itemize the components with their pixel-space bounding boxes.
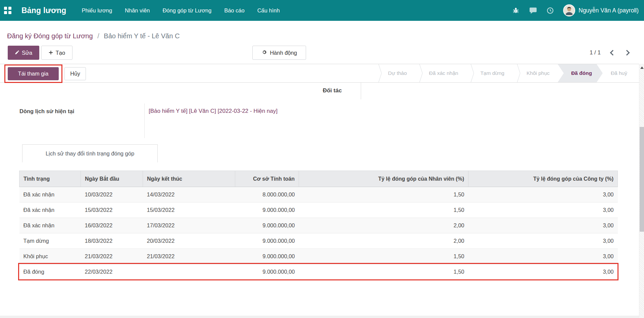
pencil-icon (15, 50, 19, 56)
column-header-ty-le-cong-ty[interactable]: Tỷ lệ đóng góp của Công ty (%) (468, 171, 618, 187)
column-header-co-so-tinh-toan[interactable]: Cơ sở Tính toán (235, 171, 299, 187)
cell-status: Khôi phục (19, 249, 81, 264)
cell-status: Đã xác nhận (19, 187, 81, 202)
step-separator (512, 64, 518, 82)
history-field-value-link[interactable]: [Bảo hiểm Y tế] [Lê Văn C] [2022-03-22 -… (149, 105, 282, 117)
menu-item-cau-hinh[interactable]: Cấu hình (257, 7, 280, 14)
create-button[interactable]: Tạo (41, 46, 72, 60)
top-navbar: Bảng lương Phiếu lương Nhân viên Đóng gó… (0, 0, 644, 21)
cell-end-date: 20/03/2022 (143, 233, 235, 249)
cell-base: 9.000.000,00 (235, 249, 299, 264)
breadcrumb-separator: / (97, 32, 99, 40)
step-khoi-phuc[interactable]: Khôi phục (518, 64, 558, 82)
bug-icon[interactable] (512, 6, 520, 14)
cell-base: 9.000.000,00 (235, 264, 299, 280)
apps-grid-icon (4, 7, 11, 14)
edit-button[interactable]: Sửa (8, 46, 39, 60)
cell-status: Đã đóng (19, 264, 81, 280)
table-row[interactable]: Đã xác nhận 15/03/2022 15/03/2022 9.000.… (19, 202, 618, 218)
main-menu: Phiếu lương Nhân viên Đóng góp từ Lương … (82, 7, 280, 14)
step-da-huy[interactable]: Đã huỷ (603, 64, 635, 82)
cell-company-rate: 3,00 (468, 218, 618, 233)
step-separator (415, 64, 421, 82)
cell-employee-rate: 2,00 (299, 218, 468, 233)
vertical-scrollbar[interactable] (639, 64, 644, 318)
cell-start-date: 10/03/2022 (81, 187, 143, 202)
step-tam-dung[interactable]: Tạm dừng (472, 64, 512, 82)
menu-item-phieu-luong[interactable]: Phiếu lương (82, 7, 112, 14)
cell-start-date: 15/03/2022 (81, 202, 143, 218)
cell-end-date: 17/03/2022 (143, 218, 235, 233)
cell-base: 9.000.000,00 (235, 218, 299, 233)
table-row[interactable]: Khôi phục 21/03/2022 21/03/2022 9.000.00… (19, 249, 618, 264)
cell-base: 9.000.000,00 (235, 233, 299, 249)
step-da-dong-active[interactable]: Đã đóng (558, 64, 603, 82)
statusbar-steps: Dự thảo Đã xác nhận Tạm dừng Khôi phục Đ… (374, 64, 635, 82)
cell-status: Tạm dừng (19, 233, 81, 249)
column-header-ty-le-nhan-vien[interactable]: Tỷ lệ đóng góp của Nhân viên (%) (299, 171, 468, 187)
menu-item-bao-cao[interactable]: Báo cáo (224, 7, 245, 14)
cell-employee-rate: 1,50 (299, 249, 468, 264)
pager: 1 / 1 (590, 46, 629, 60)
pager-value: 1 / 1 (590, 49, 601, 56)
step-da-xac-nhan[interactable]: Đã xác nhận (421, 64, 466, 82)
cell-start-date: 21/03/2022 (81, 249, 143, 264)
apps-menu-button[interactable] (0, 0, 15, 21)
table-header-row: Tình trạng Ngày Bắt đầu Ngày kết thúc Cơ… (19, 171, 618, 187)
cell-status: Đã xác nhận (19, 218, 81, 233)
create-button-label: Tạo (56, 50, 65, 56)
cancel-button[interactable]: Hủy (64, 67, 86, 80)
navbar-right: Nguyễn Văn A (payroll) (512, 4, 644, 16)
tab-history-status-change[interactable]: Lịch sử thay đổi tình trạng đóng góp (22, 144, 158, 163)
partner-section-header: Đối tác (295, 87, 369, 94)
user-name: Nguyễn Văn A (payroll) (579, 7, 639, 14)
cell-company-rate: 3,00 (468, 264, 618, 280)
rejoin-button[interactable]: Tái tham gia (8, 67, 59, 80)
cell-status: Đã xác nhận (19, 202, 81, 218)
cell-employee-rate: 1,50 (299, 202, 468, 218)
cell-start-date: 18/03/2022 (81, 233, 143, 249)
cell-base: 9.000.000,00 (235, 202, 299, 218)
app-brand[interactable]: Bảng lương (21, 6, 66, 15)
clock-icon[interactable] (546, 6, 554, 14)
cell-company-rate: 3,00 (468, 249, 618, 264)
action-button[interactable]: Hành động (252, 46, 306, 60)
table-row[interactable]: Tạm dừng 18/03/2022 20/03/2022 9.000.000… (19, 233, 618, 249)
chat-icon[interactable] (529, 6, 537, 14)
cell-end-date: 21/03/2022 (143, 249, 235, 264)
menu-item-nhan-vien[interactable]: Nhân viên (125, 7, 150, 14)
cell-employee-rate: 2,00 (299, 233, 468, 249)
breadcrumb-parent-link[interactable]: Đăng ký Đóng góp từ Lương (7, 32, 93, 40)
edit-button-label: Sửa (22, 50, 32, 56)
step-separator (466, 64, 472, 82)
cell-base: 8.000.000,00 (235, 187, 299, 202)
table-row[interactable]: Đã xác nhận 10/03/2022 14/03/2022 8.000.… (19, 187, 618, 202)
avatar (563, 4, 575, 16)
cell-employee-rate: 1,50 (299, 187, 468, 202)
user-menu[interactable]: Nguyễn Văn A (payroll) (563, 4, 639, 16)
column-header-ngay-bat-dau[interactable]: Ngày Bắt đầu (81, 171, 143, 187)
breadcrumb: Đăng ký Đóng góp từ Lương / Bảo hiểm Y t… (7, 32, 180, 40)
table-row-highlighted[interactable]: Đã đóng 22/03/2022 9.000.000,00 1,50 3,0… (19, 264, 618, 280)
cell-end-date (143, 264, 235, 280)
gear-icon (261, 49, 267, 56)
step-separator (374, 64, 380, 82)
cell-company-rate: 3,00 (468, 202, 618, 218)
partner-header-divider (361, 83, 361, 99)
column-header-ngay-ket-thuc[interactable]: Ngày kết thúc (143, 171, 235, 187)
pager-previous-button[interactable] (610, 50, 616, 56)
cell-company-rate: 3,00 (468, 187, 618, 202)
contribution-history-table: Tình trạng Ngày Bắt đầu Ngày kết thúc Cơ… (19, 171, 618, 280)
cell-employee-rate: 1,50 (299, 264, 468, 280)
pager-next-button[interactable] (624, 50, 630, 56)
cell-end-date: 15/03/2022 (143, 202, 235, 218)
plus-icon (49, 50, 53, 56)
column-header-tinh-trang[interactable]: Tình trạng (19, 171, 81, 187)
menu-item-dong-gop[interactable]: Đóng góp từ Lương (162, 7, 211, 14)
content-background (0, 316, 644, 318)
scrollbar-up-arrow[interactable] (639, 65, 644, 70)
table-row[interactable]: Đã xác nhận 16/03/2022 17/03/2022 9.000.… (19, 218, 618, 233)
step-du-thao[interactable]: Dự thảo (380, 64, 415, 82)
scrollbar-thumb[interactable] (640, 127, 644, 232)
cell-start-date: 16/03/2022 (81, 218, 143, 233)
